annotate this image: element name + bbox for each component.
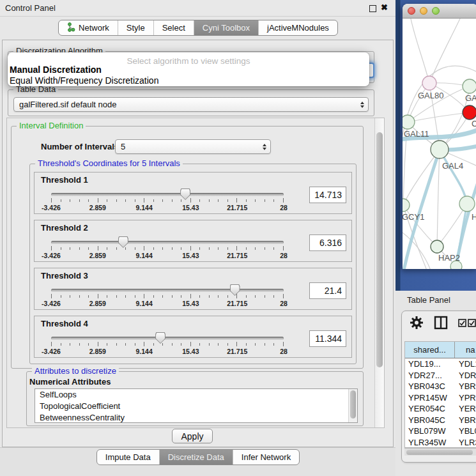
threshold-slider[interactable]: -3.4262.8599.14415.4321.71528 <box>51 189 284 213</box>
slider-track[interactable] <box>51 193 284 196</box>
listbox-scrollbar-thumb[interactable] <box>350 390 356 418</box>
dropdown-option-equal-width[interactable]: Equal Width/Frequency Discretization <box>10 75 158 86</box>
table-row[interactable]: YDR27...YDR2 <box>405 370 476 381</box>
checkbox-icon[interactable] <box>458 319 466 327</box>
tab-select[interactable]: Select <box>153 20 194 35</box>
network-node[interactable] <box>431 240 443 253</box>
table-data-combobox[interactable]: galFiltered.sif default node <box>13 97 369 112</box>
numerical-attributes-listbox[interactable]: SelfLoopsTopologicalCoefficientBetweenne… <box>35 388 358 423</box>
tick-mark <box>125 295 126 298</box>
tab-label: Infer Network <box>242 452 291 462</box>
network-node[interactable] <box>459 196 475 211</box>
threshold-value-field[interactable]: 21.4 <box>309 282 346 299</box>
table-row[interactable]: YER054CYER0 <box>405 403 476 415</box>
tab-infer-network[interactable]: Infer Network <box>233 450 299 464</box>
tick-mark <box>79 247 80 250</box>
tick-mark <box>135 247 135 250</box>
number-of-intervals-combobox[interactable]: 5 <box>115 139 271 154</box>
tick-mark <box>265 247 265 250</box>
network-node[interactable] <box>403 115 415 129</box>
panel-scrollbar-thumb[interactable] <box>376 132 383 367</box>
dropdown-option-manual[interactable]: Manual Discretization <box>10 65 102 75</box>
tab-jactivemnodules[interactable]: jActiveMNodules <box>258 20 337 35</box>
split-columns-icon[interactable] <box>434 316 448 330</box>
table-row[interactable]: YPR145WYPR1 <box>405 392 476 404</box>
tab-label: Select <box>162 23 185 33</box>
tab-network[interactable]: Network <box>59 20 118 35</box>
tick-mark <box>144 294 144 298</box>
network-node[interactable] <box>403 199 410 211</box>
zoom-traffic-icon[interactable] <box>432 7 440 15</box>
checkbox-icon[interactable] <box>468 319 476 327</box>
close-icon[interactable]: ✖ <box>381 3 388 12</box>
tab-cyni-toolbox[interactable]: Cyni Toolbox <box>194 20 258 35</box>
tick-mark <box>79 343 80 346</box>
attribute-list-item[interactable]: BetweennessCentrality <box>35 412 357 423</box>
tick-mark <box>190 198 191 203</box>
tick-mark <box>218 247 219 250</box>
threshold-panel: Threshold 2-3.4262.8599.14415.4321.71528… <box>34 220 352 262</box>
threshold-value-field[interactable]: 6.316 <box>309 234 346 251</box>
float-window-icon[interactable] <box>369 5 376 12</box>
attribute-items: SelfLoopsTopologicalCoefficientBetweenne… <box>35 389 357 423</box>
attribute-list-item[interactable]: TopologicalCoefficient <box>35 401 357 412</box>
slider-track[interactable] <box>51 337 284 340</box>
column-header-shared[interactable]: shared... <box>405 342 455 358</box>
table-cell-shared-name: YER054C <box>405 403 455 415</box>
tick-mark <box>51 246 52 250</box>
slider-track[interactable] <box>51 241 284 244</box>
table-hscrollbar-thumb[interactable] <box>406 450 473 455</box>
network-node[interactable] <box>463 79 476 93</box>
network-node[interactable] <box>431 141 449 158</box>
tick-mark <box>107 247 107 250</box>
threshold-slider[interactable]: -3.4262.8599.14415.4321.71528 <box>51 285 284 309</box>
tick-label: 2.859 <box>89 348 106 355</box>
table-cell-name: YBR0 <box>455 415 476 426</box>
panel-scrollbar[interactable] <box>374 118 384 427</box>
network-node-label: H <box>472 212 476 222</box>
network-view[interactable]: GAL80GACGAL11GAL4GCY1HHAP2 <box>403 19 476 269</box>
threshold-value-field[interactable]: 14.713 <box>309 187 346 203</box>
tick-label: 21.715 <box>227 300 247 307</box>
apply-button[interactable]: Apply <box>172 429 213 443</box>
network-node[interactable] <box>463 105 476 119</box>
attribute-list-item[interactable]: SelfLoops <box>35 389 357 401</box>
interval-definition-group: Interval Definition Number of Intervals … <box>11 126 364 369</box>
tick-mark <box>144 246 144 250</box>
table-cell-shared-name: YBL079W <box>405 426 455 437</box>
slider-track[interactable] <box>51 289 284 292</box>
listbox-scrollbar[interactable] <box>348 389 357 422</box>
close-traffic-icon[interactable] <box>408 7 415 15</box>
tab-style[interactable]: Style <box>118 20 153 35</box>
table-row[interactable]: YLR345WYLR3 <box>405 437 476 449</box>
table-panel-title: Table Panel <box>407 295 450 305</box>
tick-mark <box>98 198 98 203</box>
threshold-slider[interactable]: -3.4262.8599.14415.4321.71528 <box>51 333 284 357</box>
gear-icon[interactable] <box>410 316 424 330</box>
tab-impute-data[interactable]: Impute Data <box>97 450 159 464</box>
table-row[interactable]: YBR043CYBR0 <box>405 381 476 392</box>
table-cell-name: YPR1 <box>455 392 476 404</box>
table-hscrollbar[interactable] <box>404 448 476 456</box>
network-node[interactable] <box>422 76 436 90</box>
tick-mark <box>273 199 274 202</box>
network-edge <box>429 19 461 83</box>
table-data-group: Table Data galFiltered.sif default node <box>8 89 374 116</box>
column-header-name[interactable]: na <box>455 342 476 358</box>
tick-label: 15.43 <box>182 348 199 355</box>
tab-discretize-data[interactable]: Discretize Data <box>159 450 233 464</box>
table-row[interactable]: YBL079WYBL0 <box>405 426 476 437</box>
network-node-label: GCY1 <box>403 212 424 222</box>
minimize-traffic-icon[interactable] <box>420 7 427 15</box>
tick-mark <box>265 295 265 298</box>
threshold-value-field[interactable]: 11.344 <box>309 330 346 347</box>
table-data-combobox-value: galFiltered.sif default node <box>19 100 116 109</box>
network-node-label: GAL11 <box>404 129 429 139</box>
tick-mark <box>181 343 181 346</box>
tick-mark <box>246 247 247 250</box>
table-row[interactable]: YBR045CYBR0 <box>405 415 476 426</box>
threshold-slider[interactable]: -3.4262.8599.14415.4321.71528 <box>51 237 284 261</box>
tick-mark <box>218 199 219 202</box>
tick-mark <box>172 199 173 202</box>
table-row[interactable]: YDL19...YDL1 <box>405 358 476 370</box>
